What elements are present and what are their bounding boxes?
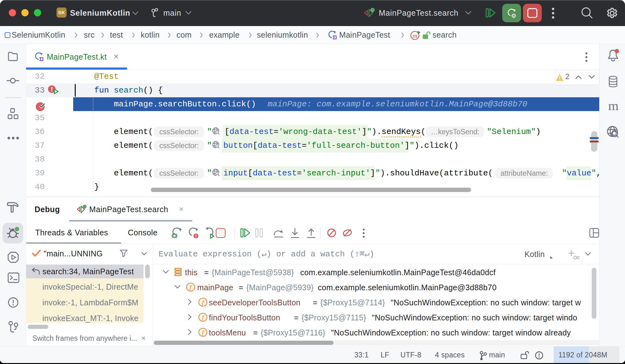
svg-text:m: m	[412, 32, 417, 40]
